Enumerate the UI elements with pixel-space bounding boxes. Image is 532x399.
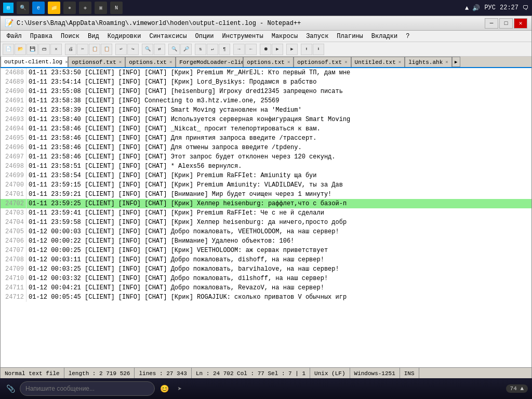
show-all-button[interactable]: ¶ bbox=[219, 44, 230, 55]
search-taskbar-icon[interactable]: 🔍 bbox=[17, 2, 29, 14]
line-content: 01-11 23:55:08 [CLIENT] [INFO] [CHAT] [h… bbox=[26, 87, 531, 96]
open-button[interactable]: 📂 bbox=[15, 44, 26, 55]
tab-forgemod[interactable]: ForgeModLoader-client-0.log ✕ bbox=[176, 57, 243, 67]
table-row: 24697 01-11 23:58:46 [CLIENT] [INFO] [CH… bbox=[1, 152, 531, 162]
tab-close-icon[interactable]: ✕ bbox=[65, 59, 68, 65]
line-content: 01-11 23:58:40 [CLIENT] [INFO] [CHAT] Ис… bbox=[26, 115, 531, 124]
line-content: 01-11 23:53:50 [CLIENT] [INFO] [CHAT] [К… bbox=[26, 68, 531, 77]
tab-optionsof2[interactable]: optionsof.txt ✕ bbox=[294, 57, 351, 67]
table-row: 24695 01-11 23:58:46 [CLIENT] [INFO] [CH… bbox=[1, 134, 531, 143]
emoji-icon[interactable]: 😊 bbox=[158, 382, 170, 395]
save-button[interactable]: 💾 bbox=[26, 44, 38, 55]
zoom-out-button[interactable]: 🔎 bbox=[180, 44, 192, 55]
windows-logo[interactable]: ⊞ bbox=[3, 3, 14, 13]
tab-optionsof1[interactable]: optionsof.txt ✕ bbox=[68, 57, 125, 67]
line-number: 24705 bbox=[1, 227, 26, 236]
title-bar: 📝 C:\Users\Влад\AppData\Roaming\.vimewor… bbox=[1, 16, 531, 31]
app1-icon[interactable]: ● bbox=[63, 2, 76, 14]
tab-close-icon[interactable]: ✕ bbox=[287, 59, 290, 65]
tab-output-client[interactable]: output-client.log ✕ bbox=[1, 57, 68, 67]
word-wrap-button[interactable]: ↵ bbox=[207, 44, 218, 55]
table-row: 24700 01-11 23:59:15 [CLIENT] [INFO] [CH… bbox=[1, 180, 531, 190]
counter-badge: 74 ▲ bbox=[506, 384, 528, 393]
line-content: 01-11 23:58:39 [CLIENT] [INFO] [CHAT] Sm… bbox=[26, 105, 531, 115]
new-button[interactable]: 📄 bbox=[3, 44, 14, 55]
tab-scroll-right[interactable]: ▶ bbox=[452, 57, 460, 67]
app3-icon[interactable]: ▣ bbox=[95, 2, 107, 14]
log-content[interactable]: 24688 01-11 23:53:50 [CLIENT] [INFO] [CH… bbox=[1, 68, 531, 367]
menu-plugins[interactable]: Плагины bbox=[332, 32, 367, 41]
line-content: 01-11 23:54:14 [CLIENT] [INFO] [CHAT] [К… bbox=[26, 77, 531, 87]
find-replace-button[interactable]: ⇄ bbox=[154, 44, 165, 55]
tab-untitled[interactable]: Untitled.txt ✕ bbox=[351, 57, 405, 67]
menu-options[interactable]: Опции bbox=[191, 32, 218, 41]
undo-button[interactable]: ↩ bbox=[115, 44, 127, 55]
menu-help[interactable]: ? bbox=[402, 32, 414, 41]
tab-close-icon[interactable]: ✕ bbox=[169, 59, 172, 65]
close-button[interactable]: ✕ bbox=[514, 18, 527, 29]
maximize-button[interactable]: □ bbox=[499, 18, 513, 29]
line-number: 24693 bbox=[1, 115, 26, 124]
line-number: 24700 bbox=[1, 180, 26, 190]
move-up-button[interactable]: ⬆ bbox=[301, 44, 312, 55]
menu-run[interactable]: Запуск bbox=[302, 32, 332, 41]
run-button[interactable]: ▶ bbox=[286, 44, 298, 55]
menu-tools[interactable]: Инструменты bbox=[218, 32, 268, 41]
line-number: 24701 bbox=[1, 190, 26, 199]
table-row: 24703 01-11 23:59:41 [CLIENT] [INFO] [CH… bbox=[1, 208, 531, 218]
line-content: 01-12 00:00:03 [CLIENT] [INFO] [CHAT] До… bbox=[26, 227, 531, 236]
unindent-button[interactable]: ← bbox=[245, 44, 257, 55]
menu-file[interactable]: Файл bbox=[3, 32, 26, 41]
print-button[interactable]: 🖨 bbox=[65, 44, 76, 55]
redo-button[interactable]: ↪ bbox=[127, 44, 139, 55]
sync-scroll-button[interactable]: ⇅ bbox=[195, 44, 206, 55]
tab-label: optionsof.txt bbox=[297, 59, 342, 65]
menu-macros[interactable]: Макросы bbox=[268, 32, 302, 41]
save-all-button[interactable]: 🗃 bbox=[38, 44, 50, 55]
app2-icon[interactable]: ◈ bbox=[79, 2, 91, 14]
table-row: 24698 01-11 23:58:51 [CLIENT] [INFO] [CH… bbox=[1, 162, 531, 171]
notification-icon[interactable]: 🗨 bbox=[523, 4, 529, 12]
file-type: Normal text file bbox=[1, 368, 64, 379]
attachment-icon[interactable]: 📎 bbox=[4, 382, 17, 395]
menu-view[interactable]: Вид bbox=[84, 32, 103, 41]
explorer-icon[interactable]: 📁 bbox=[48, 2, 60, 14]
tab-options1[interactable]: options.txt ✕ bbox=[125, 57, 176, 67]
cut-button[interactable]: ✂ bbox=[77, 44, 88, 55]
menu-syntax[interactable]: Синтаксисы bbox=[145, 32, 191, 41]
find-button[interactable]: 🔍 bbox=[142, 44, 153, 55]
line-content: 01-12 00:03:25 [CLIENT] [INFO] [CHAT] До… bbox=[26, 264, 531, 274]
tab-close-icon[interactable]: ✕ bbox=[119, 59, 122, 65]
encoding: Windows-1251 bbox=[350, 368, 400, 379]
line-number: 24708 bbox=[1, 255, 26, 264]
app4-icon[interactable]: N bbox=[110, 2, 123, 14]
tab-close-icon[interactable]: ✕ bbox=[344, 59, 347, 65]
copy-button[interactable]: 📋 bbox=[89, 44, 100, 55]
move-down-button[interactable]: ⬇ bbox=[313, 44, 324, 55]
send-icon[interactable]: ➤ bbox=[174, 382, 186, 395]
tab-lights[interactable]: lights.ahk ✕ bbox=[405, 57, 451, 67]
menu-search[interactable]: Поиск bbox=[57, 32, 84, 41]
language-indicator: РУС bbox=[484, 4, 496, 11]
menu-edit[interactable]: Правка bbox=[26, 32, 57, 41]
line-content: 01-11 23:58:46 [CLIENT] [INFO] [CHAT] Дл… bbox=[26, 134, 531, 143]
tab-label: output-client.log bbox=[4, 59, 62, 65]
macro-play-button[interactable]: ▶ bbox=[272, 44, 283, 55]
edge-icon[interactable]: e bbox=[32, 2, 45, 14]
paste-button[interactable]: 📋 bbox=[101, 44, 112, 55]
menu-tabs[interactable]: Вкладки bbox=[367, 32, 402, 41]
macro-record-button[interactable]: ⏺ bbox=[260, 44, 271, 55]
zoom-in-button[interactable]: 🔍 bbox=[168, 44, 180, 55]
table-row: 24702 01-11 23:59:25 [CLIENT] [INFO] [CH… bbox=[1, 199, 531, 208]
minimize-button[interactable]: ─ bbox=[485, 18, 498, 29]
menu-encoding[interactable]: Кодировки bbox=[103, 32, 145, 41]
indent-button[interactable]: → bbox=[233, 44, 245, 55]
tab-close-icon[interactable]: ✕ bbox=[445, 59, 448, 65]
table-row: 24704 01-11 23:59:58 [CLIENT] [INFO] [CH… bbox=[1, 218, 531, 227]
tab-options2[interactable]: options.txt ✕ bbox=[243, 57, 294, 67]
tab-close-icon[interactable]: ✕ bbox=[398, 59, 401, 65]
close-tab-button[interactable]: ✕ bbox=[50, 44, 62, 55]
line-number: 24692 bbox=[1, 105, 26, 115]
line-content: 01-11 23:58:51 [CLIENT] [INFO] [CHAT] * … bbox=[26, 162, 531, 171]
messenger-input[interactable] bbox=[20, 381, 155, 396]
